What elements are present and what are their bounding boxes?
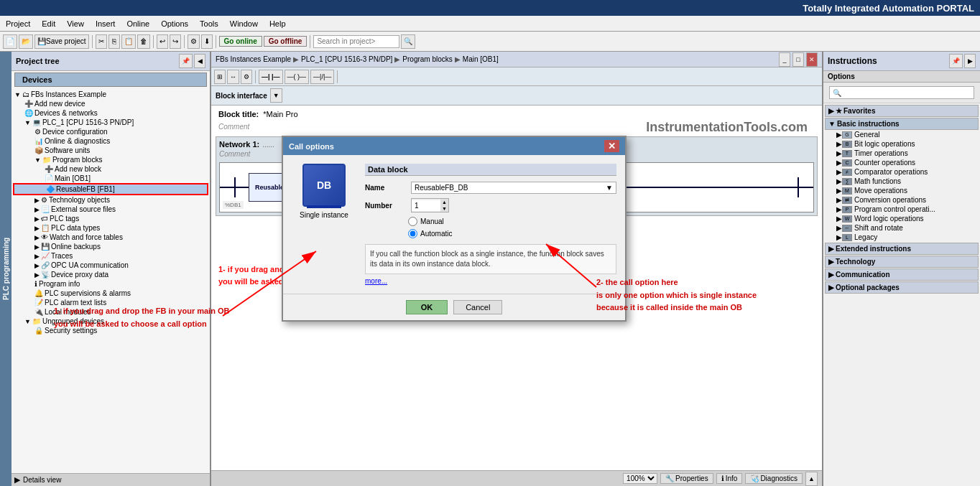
dropdown-arrow-icon: ▼: [606, 184, 613, 192]
modal-footer: OK Cancel: [283, 294, 625, 320]
radio-manual-row: Manual: [408, 217, 616, 226]
modal-icon-area: DB Single instance: [292, 164, 356, 285]
call-options-modal: Call options ✕ DB Single instance Data b…: [282, 136, 627, 322]
modal-overlay: Call options ✕ DB Single instance Data b…: [0, 0, 980, 486]
section-title: Data block: [365, 164, 616, 176]
number-row: Number 1 ▲ ▼: [365, 198, 616, 212]
ok-button[interactable]: OK: [406, 300, 448, 314]
more-link[interactable]: more...: [365, 277, 616, 285]
modal-description: If you call the function block as a sing…: [365, 244, 616, 274]
name-dropdown[interactable]: ReusableFB_DB ▼: [411, 182, 616, 194]
modal-form: Data block Name ReusableFB_DB ▼ Number 1: [365, 164, 616, 285]
spinbox-down-btn[interactable]: ▼: [440, 205, 448, 212]
name-value: ReusableFB_DB: [415, 184, 468, 192]
name-label: Name: [365, 184, 408, 192]
radio-manual[interactable]: [408, 217, 417, 226]
modal-title-text: Call options: [289, 142, 334, 151]
number-label: Number: [365, 202, 408, 210]
radio-automatic[interactable]: [408, 229, 417, 238]
modal-close-btn[interactable]: ✕: [604, 140, 619, 152]
cancel-button[interactable]: Cancel: [453, 300, 502, 314]
icon-label: Single instance: [300, 211, 348, 219]
radio-automatic-label: Automatic: [420, 230, 452, 238]
db-icon: DB: [302, 164, 346, 207]
spinbox-up-btn[interactable]: ▲: [440, 199, 448, 205]
modal-title-bar: Call options ✕: [283, 137, 625, 155]
modal-body: DB Single instance Data block Name Reusa…: [283, 155, 625, 294]
radio-automatic-row: Automatic: [408, 229, 616, 238]
number-spinbox[interactable]: 1 ▲ ▼: [411, 198, 449, 212]
number-input[interactable]: 1: [412, 200, 440, 211]
radio-group: Manual Automatic: [408, 217, 616, 238]
name-row: Name ReusableFB_DB ▼: [365, 182, 616, 194]
radio-manual-label: Manual: [420, 218, 444, 225]
